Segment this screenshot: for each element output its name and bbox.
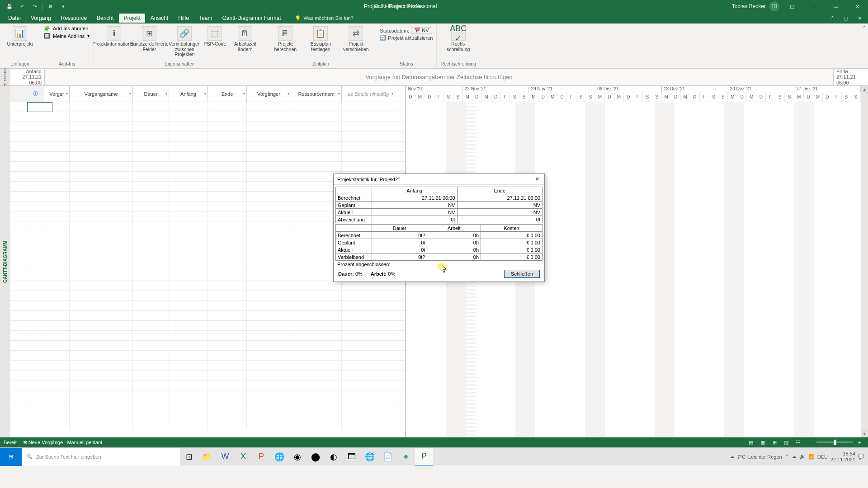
tray-clock[interactable]: 18:5422.11.2021 <box>830 451 855 462</box>
tray-chevron-icon[interactable]: ⌃ <box>785 454 789 460</box>
menu-format[interactable]: Gantt-Diagramm Format <box>218 14 286 23</box>
addins-abrufen-button[interactable]: 🧩Add-Ins abrufen <box>44 25 88 31</box>
ribbon-scroll-icon[interactable]: ⌃ <box>860 23 868 68</box>
qat-dropdown-icon[interactable]: ▾ <box>57 0 69 12</box>
menu-projekt[interactable]: Projekt <box>119 14 145 23</box>
user-name[interactable]: Tobias Becker <box>732 3 766 9</box>
col-select[interactable] <box>10 86 27 102</box>
col-vorgaenger[interactable]: Vorgänger▾ <box>247 86 291 102</box>
status-new-tasks[interactable]: ✱ Neue Vorgänge : Manuell geplant <box>23 440 102 446</box>
maximize-icon[interactable]: ▭ <box>826 0 844 13</box>
close-button[interactable]: Schließen <box>504 270 540 278</box>
view-gantt-icon[interactable]: ▤ <box>746 438 756 446</box>
notepad-icon[interactable]: 📄 <box>379 448 397 466</box>
weather-text[interactable]: Leichter Regen <box>748 454 782 460</box>
notifications-icon[interactable]: 💬 <box>858 454 864 460</box>
day-header: M <box>662 92 671 102</box>
view-usage-icon[interactable]: ▦ <box>758 438 768 446</box>
view-resource-icon[interactable]: ☷ <box>793 438 803 446</box>
obs-icon[interactable]: ⬤ <box>307 448 325 466</box>
col-dauer[interactable]: Dauer▾ <box>133 86 169 102</box>
col-vorgar[interactable]: Vorgar▾ <box>44 86 70 102</box>
menubar: Datei Vorgang Ressource Bericht Projekt … <box>0 13 868 23</box>
col-vorgangsname[interactable]: Vorgangsname▾ <box>70 86 133 102</box>
projekt-verschieben-button[interactable]: ⇄Projekt verschieben <box>340 25 372 52</box>
close-icon[interactable]: ✕ <box>848 0 866 13</box>
app-icon-2[interactable]: 🗔 <box>343 448 361 466</box>
col-anfang[interactable]: Anfang▾ <box>169 86 208 102</box>
meine-addins-button[interactable]: 🔲Meine Add-Ins▾ <box>44 33 90 39</box>
taskbar-search[interactable]: 🔍Zur Suche Text hier eingeben <box>22 448 180 466</box>
col-info[interactable]: ⓘ <box>27 86 44 102</box>
app-icon-1[interactable]: ◐ <box>325 448 343 466</box>
undo-icon[interactable]: ↶ <box>16 0 28 12</box>
week-header: 20 Dez '21 <box>728 86 795 92</box>
selected-cell[interactable] <box>27 102 52 112</box>
spotify-icon[interactable]: ● <box>397 448 415 466</box>
psp-button[interactable]: ⬚PSP-Code <box>203 25 226 47</box>
edge-icon[interactable]: 🌐 <box>270 448 288 466</box>
verknuepfungen-button[interactable]: 🔗Verknüpfungen zwischen Projekten <box>168 25 201 57</box>
menu-bericht[interactable]: Bericht <box>92 14 118 23</box>
col-neue-spalte[interactable]: ue Spalte hinzufüg▾ <box>342 86 395 102</box>
tell-me-search[interactable]: 💡 Was möchten Sie tun? <box>295 15 354 21</box>
view-label[interactable]: GANTT-DIAGRAMM <box>0 86 10 437</box>
projekt-aktualisieren-button[interactable]: 🔄Projekt aktualisieren <box>380 35 433 41</box>
view-network-icon[interactable]: ⊞ <box>769 438 779 446</box>
ribbon-collapse-icon[interactable]: ⌃ <box>826 14 838 23</box>
zoom-in-icon[interactable]: + <box>854 438 864 446</box>
menu-team[interactable]: Team <box>194 14 217 23</box>
projektinfo-button[interactable]: ℹProjektinformationen <box>98 25 130 47</box>
view-calendar-icon[interactable]: ▥ <box>781 438 791 446</box>
timeline[interactable]: ZEITACHSE Anfang27.11.21 06:00 Vorgänge … <box>0 69 868 86</box>
lang-indicator[interactable]: DEU <box>817 454 828 460</box>
menu-datei[interactable]: Datei <box>4 14 25 23</box>
new-icon[interactable]: 🗎 <box>45 0 57 12</box>
excel-icon[interactable]: X <box>234 448 252 466</box>
app-icon-3[interactable]: 🌐 <box>361 448 379 466</box>
zoom-out-icon[interactable]: — <box>805 438 815 446</box>
menu-vorgang[interactable]: Vorgang <box>26 14 56 23</box>
volume-icon[interactable]: 🔊 <box>799 454 806 460</box>
powerpoint-icon[interactable]: P <box>252 448 270 466</box>
start-button[interactable]: ⊞ <box>0 448 22 466</box>
menu-hilfe[interactable]: Hilfe <box>174 14 193 23</box>
weather-temp[interactable]: 7°C <box>737 454 745 460</box>
word-icon[interactable]: W <box>216 448 234 466</box>
col-ende[interactable]: Ende▾ <box>208 86 247 102</box>
minimize-icon[interactable]: — <box>805 0 823 13</box>
redo-icon[interactable]: ↷ <box>29 0 41 12</box>
menu-ansicht[interactable]: Ansicht <box>146 14 173 23</box>
timeline-hint[interactable]: Vorgänge mit Datumsangaben der Zeitachse… <box>44 69 834 85</box>
rechtschreibung-button[interactable]: ABC✓Recht-schreibung <box>442 25 475 52</box>
project-icon[interactable]: P <box>415 448 433 466</box>
ribbon-close-icon[interactable]: ✕ <box>854 14 865 23</box>
ribbon-options-icon[interactable]: ▢ <box>783 0 801 13</box>
arbeitszeit-button[interactable]: 🗓Arbeitszeit ändern <box>229 25 261 52</box>
contextual-tab-label: Gantt-Diagrammtools <box>374 3 421 9</box>
basisplan-button[interactable]: 📋Basisplan festlegen <box>304 25 337 52</box>
day-header: S <box>785 92 794 102</box>
explorer-icon[interactable]: 📁 <box>198 448 216 466</box>
ribbon-restore-icon[interactable]: ▢ <box>840 14 852 23</box>
unterprojekt-button[interactable]: 📊Unterprojekt <box>4 25 36 47</box>
weather-icon[interactable]: ☁ <box>730 454 735 460</box>
search-icon: 🔍 <box>26 454 33 460</box>
projekt-berechnen-button[interactable]: 🖩Projekt berechnen <box>269 25 302 52</box>
zoom-slider[interactable] <box>816 441 853 443</box>
dialog-close-icon[interactable]: ✕ <box>530 174 544 185</box>
day-header: S <box>444 92 453 102</box>
task-view-icon[interactable]: ⊡ <box>180 448 198 466</box>
benutzerfelder-button[interactable]: ⊞Benutzerdefinierte Felder <box>133 25 165 52</box>
autosave-icon[interactable]: 💾 <box>4 0 15 12</box>
statusdatum-row[interactable]: Statusdatum:📅 NV <box>380 27 433 34</box>
onedrive-icon[interactable]: ☁ <box>792 454 797 460</box>
day-header: M <box>614 92 624 102</box>
day-header: M <box>681 92 690 102</box>
menu-ressource[interactable]: Ressource <box>57 14 91 23</box>
user-avatar[interactable]: TB <box>769 1 779 11</box>
col-ressourcen[interactable]: Ressourcennam▾ <box>291 86 342 102</box>
day-header: D <box>605 92 614 102</box>
wifi-icon[interactable]: 📶 <box>808 454 815 460</box>
chrome-icon[interactable]: ◉ <box>288 448 307 466</box>
